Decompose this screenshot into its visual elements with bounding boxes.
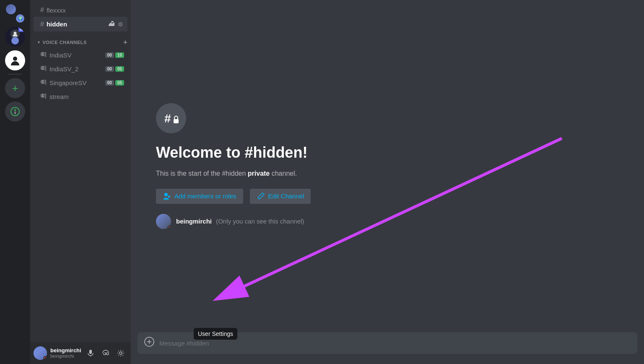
member-list-item: beingmirchi (Only you can see this chann… bbox=[156, 214, 619, 229]
add-members-icon bbox=[163, 192, 171, 200]
voice-badge-singaporesv-05: 05 bbox=[115, 80, 124, 86]
voice-icon-singaporesv bbox=[40, 78, 47, 87]
message-add-icon[interactable] bbox=[144, 337, 154, 349]
mic-icon bbox=[87, 349, 94, 357]
status-indicator bbox=[43, 356, 47, 360]
voice-icon-indiasv2 bbox=[40, 65, 47, 73]
compass-icon bbox=[10, 107, 20, 117]
voice-channels-category[interactable]: ▼ VOICE CHANNELS + bbox=[30, 32, 131, 48]
message-placeholder[interactable]: Message #hidden bbox=[159, 340, 631, 347]
server-separator bbox=[8, 74, 22, 75]
add-member-icon[interactable] bbox=[107, 19, 115, 29]
channel-name-flexxxx: flexxxx bbox=[47, 7, 124, 14]
svg-point-7 bbox=[119, 352, 122, 354]
headset-icon bbox=[102, 349, 109, 357]
member-name: beingmirchi bbox=[176, 218, 212, 225]
text-channel-icon-hidden: # bbox=[40, 21, 44, 28]
voice-badge-indiasv-10: 10 bbox=[115, 52, 124, 58]
channel-item-indiasv2[interactable]: IndiaSV_2 00 05 bbox=[34, 62, 127, 75]
channel-settings-icon[interactable]: ⚙ bbox=[117, 20, 124, 29]
svg-text:#: # bbox=[164, 112, 171, 125]
welcome-desc-text-2: channel. bbox=[270, 170, 297, 177]
add-server-icon: + bbox=[12, 83, 18, 94]
voice-icon-stream bbox=[40, 92, 47, 101]
message-input-bar: Message #hidden bbox=[138, 332, 637, 354]
channel-sidebar: # flexxxx # hidden ⚙ ▼ VOICE CHANNELS + bbox=[30, 0, 131, 364]
welcome-title: Welcome to #hidden! bbox=[156, 143, 619, 161]
user-settings-button[interactable] bbox=[114, 346, 127, 360]
chat-area: # Welcome to #hidden! This is the start … bbox=[131, 0, 644, 332]
text-channel-icon: # bbox=[40, 6, 44, 14]
server-icon-1[interactable]: 🌍 bbox=[5, 3, 25, 23]
edit-channel-icon bbox=[257, 192, 265, 200]
main-content: # Welcome to #hidden! This is the start … bbox=[131, 0, 644, 364]
add-server-button[interactable]: + bbox=[5, 78, 25, 98]
user-info: beingmirchi beingmirchi bbox=[50, 347, 80, 359]
deafen-button[interactable] bbox=[99, 346, 112, 360]
voice-badge-indiasv2-00: 00 bbox=[105, 66, 114, 72]
add-members-button[interactable]: Add members or roles bbox=[156, 189, 243, 204]
channel-name-indiasv: IndiaSV bbox=[49, 52, 103, 59]
channel-item-hidden[interactable]: # hidden ⚙ bbox=[34, 17, 127, 31]
user-controls bbox=[84, 346, 127, 360]
svg-rect-9 bbox=[174, 119, 179, 123]
category-name: VOICE CHANNELS bbox=[42, 40, 86, 45]
voice-icon-indiasv bbox=[40, 51, 47, 59]
svg-marker-3 bbox=[14, 108, 16, 112]
edit-channel-button[interactable]: Edit Channel bbox=[250, 189, 311, 204]
user-avatar bbox=[34, 346, 47, 360]
welcome-desc-bold: private bbox=[248, 170, 270, 177]
voice-badge-indiasv2-05: 05 bbox=[115, 66, 124, 72]
member-desc: (Only you can see this channel) bbox=[216, 218, 304, 225]
voice-badge-singaporesv-00: 00 bbox=[105, 80, 114, 86]
explore-servers-button[interactable] bbox=[5, 101, 25, 122]
channel-item-singaporesv[interactable]: SingaporeSV 00 05 bbox=[34, 76, 127, 89]
add-voice-channel-button[interactable]: + bbox=[123, 39, 127, 46]
settings-icon bbox=[117, 349, 125, 357]
welcome-desc-text-1: This is the start of the #hidden bbox=[156, 170, 248, 177]
channel-hidden-actions: ⚙ bbox=[107, 19, 124, 29]
user-bar: beingmirchi beingmirchi bbox=[30, 342, 131, 364]
server-icon-2[interactable]: v2 bbox=[5, 27, 25, 47]
user-tag-display: beingmirchi bbox=[50, 354, 80, 359]
channel-item-stream[interactable]: stream bbox=[34, 90, 127, 103]
add-members-label: Add members or roles bbox=[174, 192, 236, 200]
username-display: beingmirchi bbox=[50, 347, 80, 354]
svg-point-10 bbox=[164, 193, 168, 196]
action-buttons: Add members or roles Edit Channel bbox=[156, 189, 619, 204]
member-avatar bbox=[156, 214, 171, 229]
edit-channel-label: Edit Channel bbox=[268, 192, 304, 200]
channel-list: # flexxxx # hidden ⚙ ▼ VOICE CHANNELS + bbox=[30, 0, 131, 342]
category-chevron: ▼ bbox=[37, 40, 41, 44]
hash-lock-icon: # bbox=[163, 110, 179, 127]
svg-rect-5 bbox=[89, 350, 92, 354]
server-sidebar: 🌍 v2 + bbox=[0, 0, 30, 364]
server-icon-white[interactable] bbox=[5, 50, 25, 70]
channel-name-singaporesv: SingaporeSV bbox=[49, 79, 103, 86]
channel-name-stream: stream bbox=[49, 93, 124, 100]
channel-welcome-icon: # bbox=[156, 103, 186, 133]
channel-name-hidden: hidden bbox=[47, 21, 104, 28]
svg-marker-4 bbox=[14, 112, 16, 115]
voice-badge-indiasv-00: 00 bbox=[105, 52, 114, 58]
channel-welcome: # Welcome to #hidden! This is the start … bbox=[156, 103, 619, 229]
channel-item-flexxxx[interactable]: # flexxxx bbox=[34, 4, 127, 16]
channel-name-indiasv2: IndiaSV_2 bbox=[49, 65, 103, 73]
svg-point-1 bbox=[13, 57, 17, 61]
channel-item-indiasv[interactable]: IndiaSV 00 10 bbox=[34, 48, 127, 62]
welcome-description: This is the start of the #hidden private… bbox=[156, 169, 619, 179]
mute-mic-button[interactable] bbox=[84, 346, 97, 360]
